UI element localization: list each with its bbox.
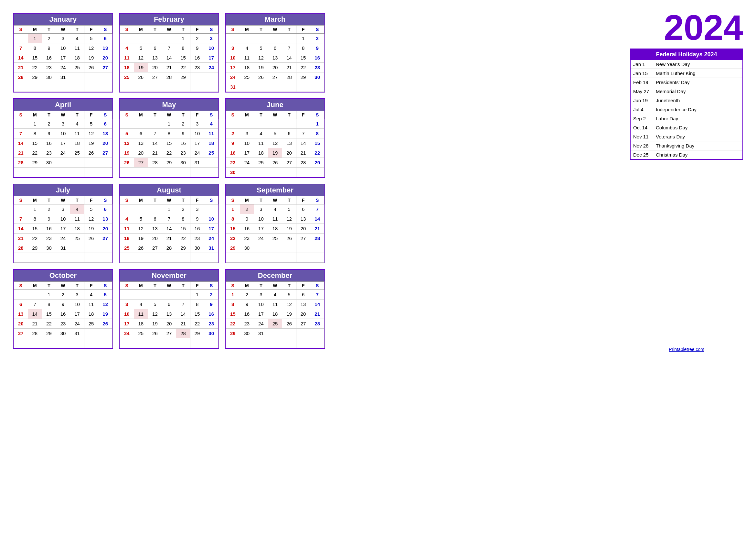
calendar-day: 27 — [296, 319, 310, 329]
calendar-day: 10 — [204, 43, 219, 53]
calendar-day — [240, 82, 254, 92]
calendar-day: 2 — [240, 290, 254, 299]
calendar-day: 9 — [42, 43, 56, 53]
day-header: S — [204, 26, 219, 34]
calendar-day: 22 — [28, 234, 42, 243]
calendar-day: 1 — [162, 119, 176, 129]
calendar-day — [70, 158, 84, 168]
calendar-day: 20 — [268, 63, 282, 72]
calendar-day: 6 — [134, 129, 148, 138]
calendar-day — [148, 253, 162, 263]
calendar-day — [176, 168, 190, 177]
calendar-day — [310, 243, 325, 253]
calendar-day: 13 — [296, 214, 310, 224]
holiday-date: Dec 25 — [633, 152, 656, 157]
calendar-day: 11 — [120, 53, 134, 63]
calendar-day — [282, 168, 296, 177]
calendar-day: 2 — [240, 205, 254, 214]
calendar-day — [98, 82, 113, 92]
calendar-day: 22 — [176, 63, 190, 72]
calendar-day — [282, 329, 296, 338]
calendar-day: 25 — [268, 319, 282, 329]
day-header: W — [162, 111, 176, 119]
calendar-day: 22 — [226, 319, 240, 329]
calendar-day: 7 — [310, 205, 325, 214]
calendar-day: 16 — [42, 53, 56, 63]
calendar-day: 17 — [190, 138, 204, 148]
calendar-day: 13 — [98, 214, 113, 224]
calendar-day: 1 — [226, 290, 240, 299]
calendar-day: 20 — [148, 234, 162, 243]
calendar-day: 20 — [296, 224, 310, 234]
calendar-day: 24 — [240, 158, 254, 168]
calendar-day: 24 — [56, 234, 70, 243]
calendar-day: 13 — [98, 129, 113, 138]
calendar-day — [240, 253, 254, 263]
calendar-day — [190, 72, 204, 82]
calendar-day: 21 — [14, 148, 28, 158]
calendar-day: 29 — [226, 329, 240, 338]
calendar-day: 6 — [98, 119, 113, 129]
day-header: S — [98, 196, 113, 205]
calendar-day: 6 — [162, 299, 176, 309]
day-header: S — [14, 282, 28, 290]
calendar-day: 28 — [296, 158, 310, 168]
calendar-day: 3 — [254, 290, 268, 299]
holiday-row: May 27Memorial Day — [631, 87, 742, 96]
calendar-day — [120, 205, 134, 214]
calendar-day: 7 — [28, 299, 42, 309]
calendar-day: 19 — [134, 234, 148, 243]
calendar-day: 22 — [226, 234, 240, 243]
calendar-day: 15 — [190, 309, 204, 319]
calendar-day: 22 — [310, 148, 325, 158]
calendar-day — [240, 34, 254, 43]
calendar-day: 8 — [176, 214, 190, 224]
day-header: M — [240, 26, 254, 34]
calendar-day: 23 — [240, 319, 254, 329]
calendar-day — [28, 338, 42, 348]
calendar-day: 15 — [226, 224, 240, 234]
calendar-day — [310, 168, 325, 177]
day-header: F — [84, 196, 98, 205]
calendar-header: July — [14, 184, 113, 196]
calendar-july: JulySMTWTFS12345678910111213141516171819… — [13, 184, 113, 263]
calendar-day — [148, 82, 162, 92]
holiday-date: Jan 15 — [633, 70, 656, 76]
calendar-table: SMTWTFS123456789101112131415161718192021… — [226, 25, 325, 92]
calendar-day: 26 — [254, 72, 268, 82]
calendar-day: 17 — [56, 53, 70, 63]
holiday-name: Presidents' Day — [656, 80, 690, 85]
calendar-day — [70, 338, 84, 348]
calendar-day: 27 — [282, 158, 296, 168]
calendar-day: 23 — [240, 234, 254, 243]
calendar-day: 19 — [268, 148, 282, 158]
day-header: S — [120, 111, 134, 119]
calendar-day — [282, 253, 296, 263]
calendar-day: 30 — [42, 243, 56, 253]
calendar-day: 4 — [240, 43, 254, 53]
calendar-day: 19 — [282, 309, 296, 319]
calendar-day: 18 — [254, 148, 268, 158]
calendar-day — [14, 290, 28, 299]
calendar-day: 1 — [28, 119, 42, 129]
day-header: S — [120, 282, 134, 290]
calendar-day: 27 — [98, 148, 113, 158]
calendar-day: 29 — [176, 72, 190, 82]
calendar-day: 2 — [42, 34, 56, 43]
printable-link[interactable]: Printabletree.com — [630, 340, 743, 352]
day-header: T — [148, 282, 162, 290]
calendar-day: 15 — [162, 138, 176, 148]
calendar-header: October — [14, 270, 113, 281]
calendar-day: 26 — [282, 234, 296, 243]
calendar-day — [268, 119, 282, 129]
calendar-day: 31 — [226, 82, 240, 92]
calendar-day — [296, 329, 310, 338]
day-header: T — [282, 282, 296, 290]
calendar-day: 25 — [254, 158, 268, 168]
calendar-day: 17 — [204, 53, 219, 63]
calendar-day — [204, 253, 219, 263]
calendar-day — [296, 338, 310, 348]
calendar-header: April — [14, 99, 113, 111]
holiday-row: Jan 15Martin Luther King — [631, 69, 742, 78]
calendar-day: 20 — [296, 309, 310, 319]
